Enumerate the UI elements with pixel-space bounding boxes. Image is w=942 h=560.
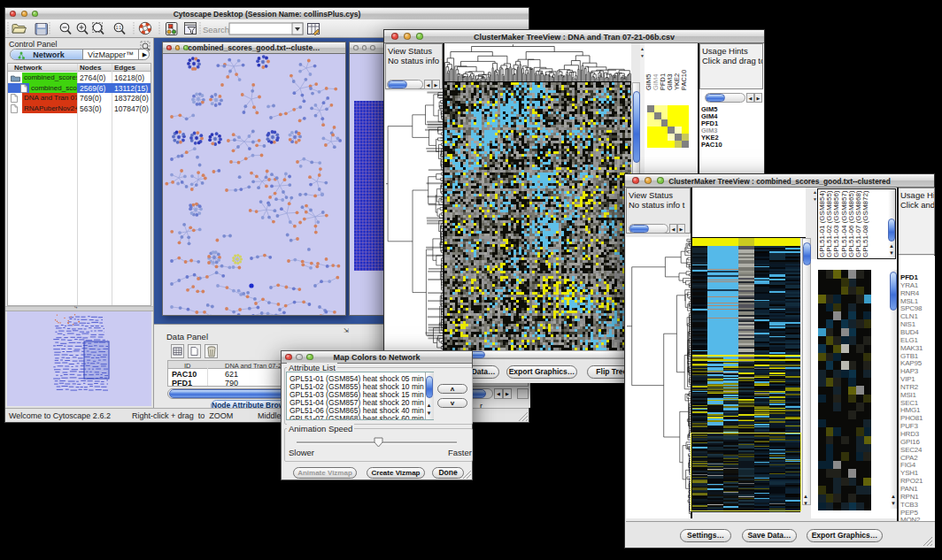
svg-text:1:1: 1:1 [116,26,122,30]
svg-text:Search:: Search: [203,25,232,35]
